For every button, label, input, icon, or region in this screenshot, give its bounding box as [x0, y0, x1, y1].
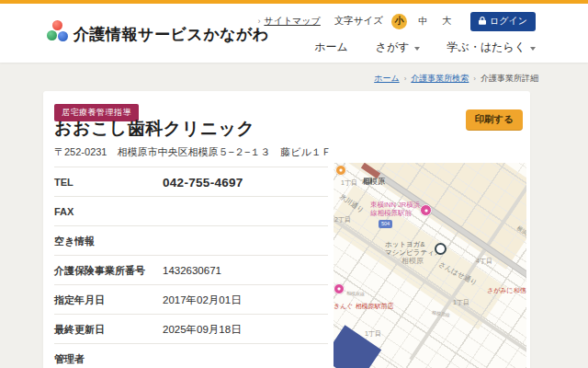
chevron-down-icon — [414, 47, 420, 51]
detail-row-manager: 管理者 — [54, 343, 328, 368]
font-size-label: 文字サイズ — [334, 15, 383, 28]
font-size-small-button[interactable]: 小 — [391, 14, 407, 29]
shop-label: 焼肉きんぐ 相模原駅前店 — [334, 302, 393, 311]
hotel-marker-icon[interactable] — [420, 204, 432, 216]
chevron-right-icon: › — [257, 17, 260, 26]
detail-table: TEL 042-755-4697 FAX 空き情報 介護保険事業所番号 1432… — [54, 167, 328, 368]
site-title: 介護情報サービスかながわ — [74, 24, 269, 45]
shop-label: さがみに和信 — [487, 286, 526, 295]
facility-name: おおこし歯科クリニック — [54, 117, 255, 141]
detail-row-fax: FAX — [54, 196, 328, 225]
breadcrumb-current: 介護事業所詳細 — [481, 73, 538, 85]
station-label: 相模原JR — [362, 177, 372, 186]
map-label: 2丁目 — [334, 215, 351, 224]
breadcrumb-link-search[interactable]: 介護事業所検索 — [411, 73, 469, 85]
site-logo-icon — [46, 19, 70, 45]
print-button[interactable]: 印刷する — [466, 109, 524, 131]
chevron-right-icon: › — [404, 75, 407, 83]
nav-item-learn-work[interactable]: 学ぶ・はたらく — [447, 40, 536, 55]
restaurant-marker-icon[interactable] — [335, 165, 346, 176]
tel-value: 042-755-4697 — [163, 175, 243, 189]
utility-bar: › サイトマップ 文字サイズ 小 中 大 ログイン — [257, 13, 536, 29]
location-map[interactable]: 1丁目 相模原JR 氷川通り 2丁目 東横INN JR横浜線相模原駅前 504 … — [334, 163, 526, 368]
map-label: 4丁目 — [476, 257, 492, 266]
breadcrumb: ホーム › 介護事業所検索 › 介護事業所詳細 — [374, 73, 538, 85]
detail-row-availability: 空き情報 — [54, 225, 328, 255]
shop-marker-icon[interactable] — [334, 283, 345, 294]
font-size-medium-button[interactable]: 中 — [415, 14, 431, 29]
login-button[interactable]: ログイン — [470, 12, 536, 31]
breadcrumb-link-home[interactable]: ホーム — [374, 73, 399, 85]
detail-row-last-updated: 最終更新日 2025年09月18日 — [54, 314, 328, 343]
detail-row-designation-date: 指定年月日 2017年02月01日 — [54, 284, 328, 314]
area-label: 相模原 — [401, 256, 424, 266]
map-label: 1丁目 — [341, 178, 357, 188]
place-marker-icon[interactable] — [435, 243, 447, 255]
map-label: 1丁目 — [453, 298, 469, 307]
chevron-right-icon: › — [473, 75, 476, 83]
detail-row-tel: TEL 042-755-4697 — [54, 167, 328, 196]
route-shield-icon: 504 — [379, 220, 392, 228]
facility-address: 〒252-0231 相模原市中央区相模原５−２−１３ 藤ビル１Ｆ — [54, 145, 332, 159]
login-label: ログイン — [490, 15, 527, 28]
nav-item-home[interactable]: ホーム — [314, 40, 348, 55]
chevron-down-icon — [530, 47, 536, 51]
sitemap-link[interactable]: サイトマップ — [264, 15, 320, 28]
lock-icon — [479, 17, 486, 25]
page: 介護情報サービスかながわ › サイトマップ 文字サイズ 小 中 大 ログイン ホ… — [0, 0, 588, 368]
nav-item-search[interactable]: さがす — [376, 40, 420, 55]
header: 介護情報サービスかながわ › サイトマップ 文字サイズ 小 中 大 ログイン ホ… — [0, 4, 588, 63]
font-size-large-button[interactable]: 大 — [439, 14, 455, 29]
facility-detail-card: 居宅療養管理指導 印刷する おおこし歯科クリニック 〒252-0231 相模原市… — [43, 91, 530, 368]
detail-row-office-number: 介護保険事業所番号 1432630671 — [54, 255, 328, 284]
map-label: 1丁目 — [365, 329, 381, 339]
main-nav: ホーム さがす 学ぶ・はたらく — [314, 40, 536, 55]
